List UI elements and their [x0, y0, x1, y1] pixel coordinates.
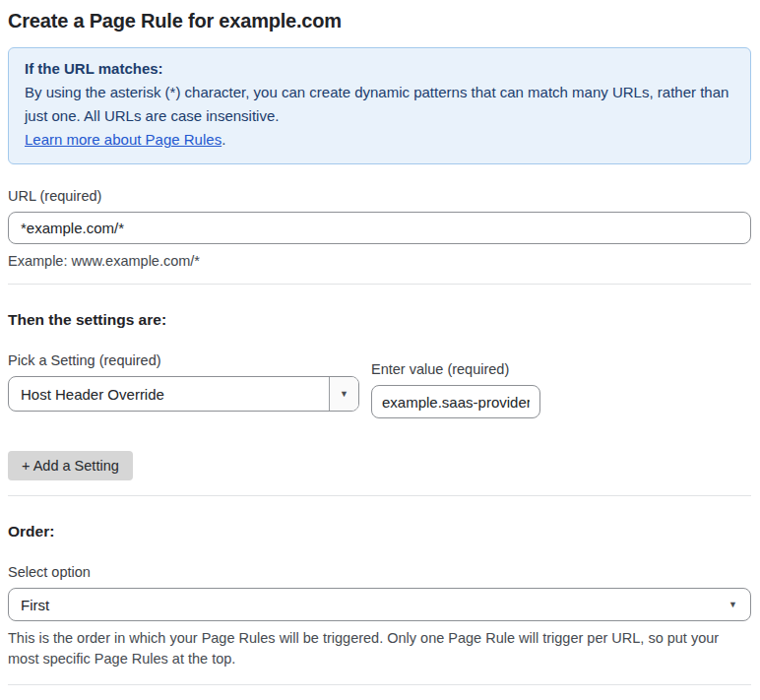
chevron-down-icon: ▼ — [728, 601, 737, 609]
order-select-label: Select option — [8, 564, 751, 580]
pick-setting-column: Pick a Setting (required) Host Header Ov… — [8, 352, 359, 412]
setting-select[interactable]: Host Header Override ▼ — [8, 376, 359, 412]
order-select-value: First — [21, 597, 49, 613]
settings-section-heading: Then the settings are: — [8, 311, 751, 329]
page-title: Create a Page Rule for example.com — [8, 10, 751, 32]
info-box-heading: If the URL matches: — [25, 57, 734, 81]
chevron-down-icon: ▼ — [340, 390, 348, 399]
setting-value-input[interactable] — [371, 385, 540, 418]
url-example-helper: Example: www.example.com/* — [8, 253, 751, 269]
url-matches-info-box: If the URL matches: By using the asteris… — [8, 47, 751, 164]
info-box-body: By using the asterisk (*) character, you… — [25, 81, 734, 128]
link-suffix: . — [222, 131, 225, 148]
enter-value-label: Enter value (required) — [371, 361, 540, 377]
divider — [8, 495, 751, 496]
settings-row: Pick a Setting (required) Host Header Ov… — [8, 352, 751, 418]
order-select[interactable]: First ▼ — [8, 588, 751, 621]
order-helper-text: This is the order in which your Page Rul… — [8, 628, 748, 669]
info-box-link-line: Learn more about Page Rules. — [25, 128, 734, 152]
url-input[interactable] — [8, 212, 751, 244]
create-page-rule-form: Create a Page Rule for example.com If th… — [0, 0, 760, 700]
pick-setting-label: Pick a Setting (required) — [8, 352, 359, 368]
setting-select-value: Host Header Override — [9, 377, 329, 411]
add-setting-button[interactable]: + Add a Setting — [8, 451, 133, 480]
enter-value-column: Enter value (required) — [371, 361, 540, 418]
divider — [8, 284, 751, 285]
learn-more-link[interactable]: Learn more about Page Rules — [25, 131, 222, 148]
order-section-heading: Order: — [8, 523, 751, 541]
url-field-label: URL (required) — [8, 188, 751, 204]
setting-select-arrow-cell[interactable]: ▼ — [329, 377, 358, 411]
divider — [8, 684, 751, 685]
